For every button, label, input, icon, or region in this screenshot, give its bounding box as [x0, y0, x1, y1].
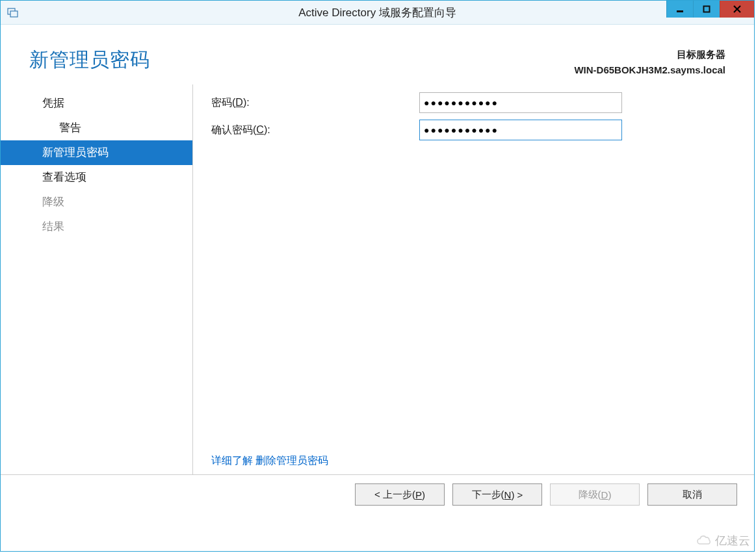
wizard-window: Active Directory 域服务配置向导 新管理员密码 目标服务器 WI…	[0, 0, 755, 552]
target-server-block: 目标服务器 WIN-D65BOKJH3M2.sayms.local	[574, 47, 725, 78]
password-row: 密码(D):	[211, 92, 735, 113]
header-region: 新管理员密码 目标服务器 WIN-D65BOKJH3M2.sayms.local	[1, 25, 754, 84]
confirm-password-input[interactable]	[419, 120, 622, 140]
svg-rect-3	[704, 6, 710, 12]
watermark: 亿速云	[696, 533, 750, 548]
learn-more-link[interactable]: 详细了解 删除管理员密码	[211, 454, 328, 468]
maximize-button[interactable]	[693, 1, 720, 18]
target-server-name: WIN-D65BOKJH3M2.sayms.local	[574, 62, 725, 78]
confirm-password-row: 确认密码(C):	[211, 120, 735, 140]
target-server-label: 目标服务器	[574, 47, 725, 62]
content-panel: 密码(D): 确认密码(C): 详细了解 删除管理员密码	[193, 84, 754, 474]
previous-button[interactable]: < 上一步(P)	[355, 483, 445, 506]
window-controls	[666, 1, 754, 19]
wizard-sidebar: 凭据 警告 新管理员密码 查看选项 降级 结果	[1, 84, 193, 474]
footer-bar: < 上一步(P) 下一步(N) > 降级(D) 取消	[1, 474, 754, 514]
password-input[interactable]	[419, 92, 622, 113]
app-icon	[7, 6, 19, 18]
cloud-icon	[696, 535, 712, 547]
page-title: 新管理员密码	[29, 47, 150, 73]
sidebar-item-review-options[interactable]: 查看选项	[1, 165, 192, 190]
sidebar-item-credentials[interactable]: 凭据	[1, 91, 192, 116]
demote-button: 降级(D)	[550, 483, 640, 506]
svg-rect-1	[10, 11, 18, 17]
close-button[interactable]	[720, 1, 754, 18]
sidebar-item-results: 结果	[1, 214, 192, 239]
minimize-button[interactable]	[666, 1, 693, 18]
body-region: 凭据 警告 新管理员密码 查看选项 降级 结果 密码(D): 确认密码(C): …	[1, 84, 754, 474]
sidebar-item-demotion: 降级	[1, 190, 192, 214]
sidebar-item-new-admin-password[interactable]: 新管理员密码	[1, 140, 192, 165]
window-title: Active Directory 域服务配置向导	[1, 5, 754, 20]
next-button[interactable]: 下一步(N) >	[452, 483, 542, 506]
confirm-password-label: 确认密码(C):	[211, 123, 419, 137]
svg-rect-2	[677, 10, 683, 12]
title-bar: Active Directory 域服务配置向导	[1, 1, 754, 25]
cancel-button[interactable]: 取消	[647, 483, 737, 506]
password-label: 密码(D):	[211, 96, 419, 110]
sidebar-item-warning[interactable]: 警告	[1, 116, 192, 140]
